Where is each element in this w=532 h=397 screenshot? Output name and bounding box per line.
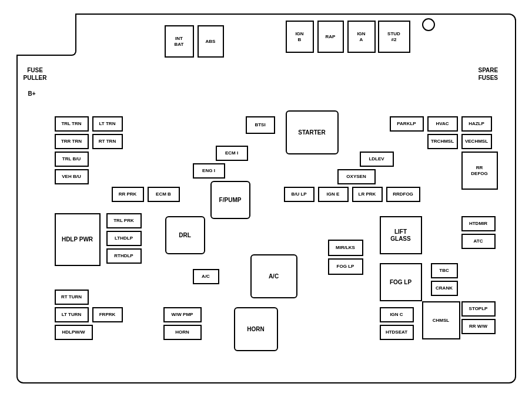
fuse-lift_glass: LIFTGLASS — [380, 216, 422, 254]
fuse-int_bat: INTBAT — [165, 25, 194, 58]
fuse-rt_trn: RT TRN — [92, 134, 123, 149]
stud2-circle — [422, 18, 435, 31]
fuse-ign_a: IGNA — [347, 21, 376, 53]
fuse-ww_pmp: W/W PMP — [163, 307, 202, 322]
fuse-drl: DRL — [165, 216, 205, 254]
fuse-mir_lks: MIR/LKS — [328, 240, 363, 256]
fuse-frprk: FRPRK — [92, 307, 123, 322]
fuse-fog_lp_small: FOG LP — [328, 258, 363, 275]
fuse-ac_large: A/C — [250, 254, 297, 298]
fuse-atc: ATC — [461, 234, 496, 249]
fuse-rrdfog: RRDFOG — [386, 187, 420, 202]
fuse-rr_prk: RR PRK — [112, 187, 144, 202]
fuse-hdlpww: HDLPW/W — [55, 325, 93, 340]
fuse-hazlp: HAZLP — [461, 116, 492, 132]
fuse-stud2: STUD#2 — [378, 21, 410, 53]
fuse-rr_ww: RR W/W — [461, 319, 496, 334]
fuse-ign_c: IGN C — [380, 307, 414, 322]
fuse-trr_trn: TRR TRN — [55, 134, 89, 149]
fuse-htdseat: HTDSEAT — [380, 325, 414, 340]
fuse-rt_turn: RT TURN — [55, 290, 89, 305]
fuse-puller-label: FUSEPULLER — [24, 66, 47, 82]
fuse-veh_bu: VEH B/U — [55, 169, 89, 184]
fuse-vechmsl: VECHMSL — [461, 134, 492, 149]
fuse-ecm_i: ECM I — [216, 146, 248, 161]
fuse-abs: ABS — [198, 25, 224, 58]
fuse-trl_trn: TRL TRN — [55, 116, 89, 132]
fuse-stoplp: STOPLP — [461, 301, 496, 317]
spare-fuses-label: SPAREFUSES — [479, 66, 498, 82]
fuse-bu_lp: B/U LP — [284, 187, 314, 202]
fuse-lr_prk: LR PRK — [352, 187, 383, 202]
bplus-label: B+ — [28, 90, 36, 97]
fuse-trchmsl: TRCHMSL — [427, 134, 458, 149]
fuse-ac_small: A/C — [193, 269, 219, 284]
fuse-fog_lp_large: FOG LP — [380, 263, 422, 301]
fuse-oxysen: OXYSEN — [337, 169, 376, 184]
fuse-lt_trn: LT TRN — [92, 116, 123, 132]
fuse-btsi: BTSI — [246, 116, 275, 134]
fuse-rr_defog: RRDEFOG — [461, 152, 498, 190]
fuse-trl_bu: TRL B/U — [55, 152, 89, 167]
fuse-ign_b: IGNB — [286, 21, 314, 53]
fuse-ecm_b: ECM B — [148, 187, 180, 202]
fuse-rap: RAP — [317, 21, 344, 53]
fuse-parklp: PARKLP — [390, 116, 424, 132]
fuse-horn_large: HORN — [234, 307, 278, 351]
fuse-htdmir: HTDMIR — [461, 216, 496, 231]
fuse-ldlev: LDLEV — [360, 152, 394, 167]
fuse-horn_fuse: HORN — [163, 325, 202, 340]
fuse-hdlp_pwr: HDLP PWR — [55, 213, 101, 266]
fuse-diagram: FUSEPULLER B+ SPAREFUSES INTBATABSIGNBRA… — [11, 8, 522, 389]
fuse-hvac: HVAC — [427, 116, 458, 132]
fuse-starter: STARTER — [286, 110, 339, 154]
fuse-chmsl: CHMSL — [422, 301, 460, 339]
fuse-eng_i: ENG I — [193, 163, 225, 179]
fuse-trl_prk: TRL PRK — [106, 213, 142, 228]
fuse-crank: CRANK — [431, 281, 458, 296]
fuse-tbc: TBC — [431, 263, 458, 278]
fuse-ign_e: IGN E — [318, 187, 349, 202]
fuse-lthdlp: LTHDLP — [106, 231, 142, 246]
fuse-lt_turn: LT TURN — [55, 307, 89, 322]
fuse-rthdlp: RTHDLP — [106, 248, 142, 264]
fuse-fpump: F/PUMP — [210, 181, 250, 219]
